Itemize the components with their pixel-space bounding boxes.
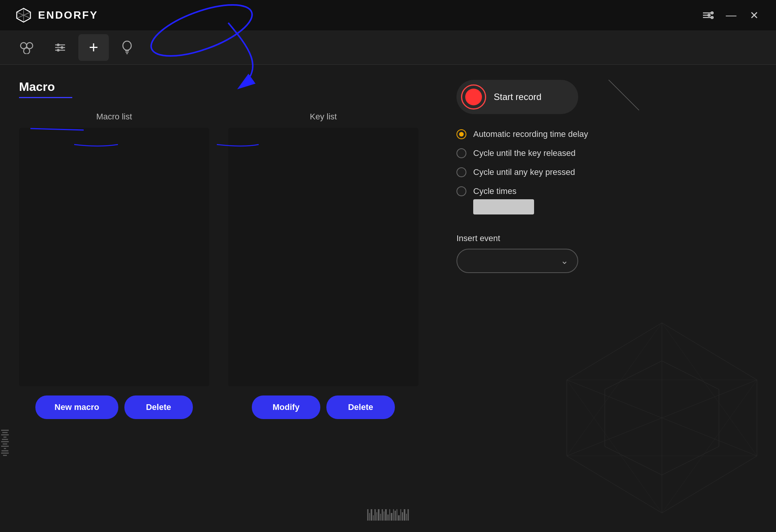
- side-line-6: [1, 441, 9, 442]
- radio-cycle-times[interactable]: [456, 186, 466, 196]
- insert-event-label: Insert event: [456, 233, 757, 243]
- logo-area: ENDORFY: [15, 7, 98, 24]
- side-line-7: [3, 443, 7, 445]
- tab-add[interactable]: +: [78, 34, 109, 61]
- title-controls: — ✕: [701, 8, 761, 22]
- tab-bar: +: [0, 30, 776, 65]
- svg-point-8: [24, 48, 30, 54]
- key-list-label: Key list: [228, 112, 418, 122]
- start-record-label: Start record: [494, 92, 541, 102]
- insert-event-dropdown[interactable]: ⌄: [456, 249, 578, 273]
- svg-point-14: [57, 49, 60, 51]
- option-cycle-any-key: Cycle until any key pressed: [456, 167, 757, 177]
- settings-button[interactable]: [701, 8, 715, 22]
- side-line-10: [2, 450, 8, 451]
- main-content: Macro Macro list New macro Delete Key li…: [0, 65, 776, 532]
- side-line-9: [4, 448, 6, 449]
- record-indicator: [461, 84, 486, 110]
- new-macro-button[interactable]: New macro: [35, 395, 118, 419]
- title-bar: ENDORFY — ✕: [0, 0, 776, 30]
- macro-list-section: Macro list New macro Delete: [19, 112, 209, 419]
- side-decoration: [0, 430, 10, 456]
- modify-button[interactable]: Modify: [252, 395, 320, 419]
- key-list-buttons: Modify Delete: [228, 395, 418, 419]
- radio-cycle-any-key[interactable]: [456, 167, 466, 177]
- lists-container: Macro list New macro Delete Key list Mod…: [19, 112, 418, 419]
- option-cycle-times-container: Cycle times: [456, 186, 757, 214]
- tab-lighting[interactable]: [112, 34, 142, 61]
- side-line-12: [3, 455, 7, 456]
- option-cycle-key-released: Cycle until the key released: [456, 148, 757, 158]
- right-panel: Start record Automatic recording time de…: [437, 65, 776, 532]
- side-line-11: [1, 453, 9, 454]
- radio-cycle-key-released[interactable]: [456, 148, 466, 158]
- side-line-4: [3, 437, 6, 438]
- cycle-key-released-label: Cycle until the key released: [473, 148, 576, 158]
- tab-devices[interactable]: [11, 34, 42, 61]
- key-list-section: Key list Modify Delete: [228, 112, 418, 419]
- cycle-times-input[interactable]: [473, 199, 534, 214]
- endorfy-logo-icon: [15, 7, 32, 24]
- minimize-button[interactable]: —: [724, 8, 738, 22]
- delete-macro-button[interactable]: Delete: [124, 395, 193, 419]
- svg-point-12: [57, 43, 60, 46]
- cycle-any-key-label: Cycle until any key pressed: [473, 167, 575, 177]
- svg-point-13: [61, 46, 64, 49]
- side-line-8: [1, 446, 9, 447]
- delete-key-button[interactable]: Delete: [326, 395, 395, 419]
- radio-auto-delay[interactable]: [456, 129, 466, 139]
- macro-list-box[interactable]: [19, 128, 209, 386]
- key-list-box[interactable]: [228, 128, 418, 386]
- cycle-times-label: Cycle times: [473, 186, 517, 196]
- insert-event-section: Insert event ⌄: [456, 233, 757, 273]
- svg-point-15: [123, 41, 131, 50]
- option-cycle-times: Cycle times: [456, 186, 757, 196]
- side-line-2: [2, 432, 8, 433]
- record-dot: [465, 89, 482, 105]
- side-line-3: [1, 434, 9, 435]
- side-line-1: [1, 430, 9, 431]
- start-record-button[interactable]: Start record: [456, 80, 578, 114]
- left-panel: Macro Macro list New macro Delete Key li…: [0, 65, 437, 532]
- barcode: [367, 509, 409, 521]
- options-section: Automatic recording time delay Cycle unt…: [456, 129, 757, 214]
- macro-list-label: Macro list: [19, 112, 209, 122]
- chevron-down-icon: ⌄: [561, 256, 568, 266]
- side-line-5: [2, 439, 8, 440]
- option-auto-delay: Automatic recording time delay: [456, 129, 757, 139]
- app-title: ENDORFY: [38, 9, 98, 21]
- auto-delay-label: Automatic recording time delay: [473, 129, 588, 139]
- section-underline: [19, 97, 72, 98]
- close-button[interactable]: ✕: [747, 8, 761, 22]
- radio-auto-delay-inner: [459, 132, 464, 137]
- macro-list-buttons: New macro Delete: [19, 395, 209, 419]
- section-title: Macro: [19, 80, 418, 94]
- tab-settings[interactable]: [45, 34, 75, 61]
